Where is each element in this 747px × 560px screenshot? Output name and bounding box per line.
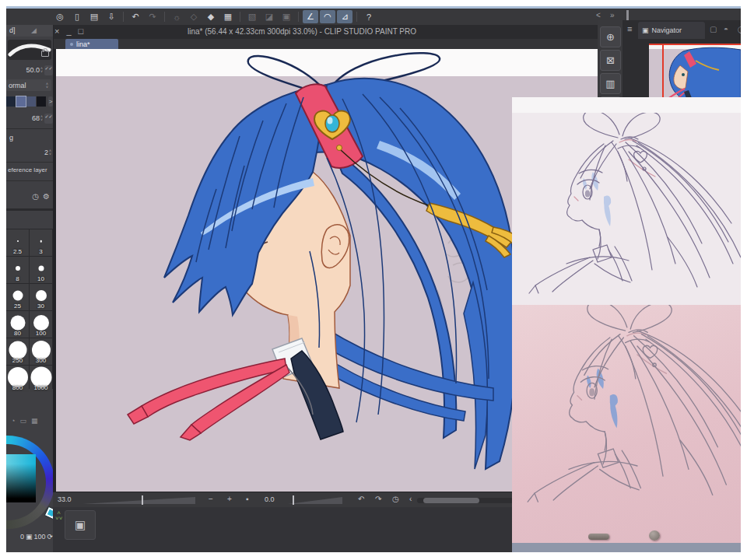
item-bank-tab-icon[interactable]: ◓ bbox=[724, 25, 728, 33]
line-tool-icon[interactable]: ∠ bbox=[303, 10, 318, 23]
lock-icon[interactable] bbox=[41, 51, 49, 57]
opacity-value[interactable]: 68 bbox=[32, 114, 40, 122]
brush-size-palette: 2.538102530801002503008001000 bbox=[6, 229, 53, 389]
stabilization-stepper[interactable]: ˄˅ bbox=[49, 149, 51, 156]
wrench-icon[interactable]: ⚙ bbox=[43, 192, 50, 201]
subview-tab-icon[interactable]: ▢ bbox=[710, 25, 717, 33]
color-set-tab-icon[interactable]: ▭ bbox=[19, 417, 26, 425]
color-swatch[interactable] bbox=[26, 96, 36, 107]
timer-icon[interactable]: ◷ bbox=[32, 192, 39, 201]
brush-stroke-preview bbox=[8, 40, 51, 60]
zoom-slider-handle[interactable] bbox=[142, 495, 143, 505]
document-tab[interactable]: lina* bbox=[65, 39, 118, 50]
navigator-zoom-icon[interactable]: ⊕ bbox=[600, 26, 621, 47]
brush-size-cell[interactable]: 30 bbox=[30, 284, 52, 310]
material-icon[interactable]: ▥ bbox=[600, 73, 621, 94]
brush-size-stepper[interactable]: ˄˅ bbox=[40, 67, 43, 73]
fill-icon[interactable]: ◆ bbox=[203, 10, 219, 23]
zoom-out-button[interactable]: − bbox=[209, 495, 213, 503]
redo-icon[interactable]: ↷ bbox=[145, 10, 160, 23]
collapse-left-arrow[interactable]: < bbox=[596, 11, 601, 19]
color-wheel-tab-icon[interactable]: ◔ bbox=[11, 417, 15, 425]
brush-size-cell[interactable]: 25 bbox=[6, 284, 29, 310]
zoom-value[interactable]: 33.0 bbox=[58, 495, 72, 503]
dock-collapse-chevrons[interactable]: ˄ ˅˅ bbox=[55, 510, 62, 521]
divider bbox=[6, 180, 53, 181]
reference-photo-sketch-pink bbox=[512, 305, 741, 552]
color-swatch[interactable] bbox=[16, 96, 26, 107]
rotate-icon[interactable]: ⟳ bbox=[47, 533, 53, 541]
brush-size-row: 50.0 ˄˅ ✓✓ bbox=[6, 64, 53, 76]
navigator-tab-label: Navigator bbox=[652, 26, 682, 34]
brush-size-dot bbox=[16, 266, 20, 271]
open-file-icon[interactable]: ▤ bbox=[86, 10, 102, 23]
timeline-panel-button[interactable]: ▣ bbox=[65, 510, 96, 540]
collapse-right-arrow[interactable]: » bbox=[610, 11, 615, 19]
brush-size-cell[interactable]: 250 bbox=[6, 338, 29, 365]
csp-logo-icon[interactable]: ◎ bbox=[52, 10, 68, 23]
brush-size-label: 8 bbox=[6, 275, 29, 282]
peg-bar bbox=[512, 543, 741, 552]
hue-handle[interactable] bbox=[45, 507, 53, 519]
brush-tab-icon[interactable]: ◢ bbox=[31, 25, 37, 37]
stabilization-value[interactable]: 2 bbox=[44, 149, 48, 156]
color-swatch[interactable] bbox=[6, 96, 16, 107]
clip-studio-window: ◎▯▤⇩↶↷☼◇◆▦▧◪▣∠◠⊿? < » × _ □ lina* (56.44… bbox=[6, 6, 741, 552]
color-slider-tab-icon[interactable]: ▦ bbox=[31, 417, 38, 425]
fit-screen-button[interactable]: ▪ bbox=[246, 495, 249, 503]
back-chevron-button[interactable]: ‹ bbox=[409, 495, 412, 503]
brush-size-cell[interactable]: 2.5 bbox=[6, 229, 29, 256]
rotation-value[interactable]: 0.0 bbox=[265, 495, 275, 503]
brush-size-value[interactable]: 50.0 bbox=[26, 66, 40, 74]
opacity-stepper[interactable]: ˄˅ bbox=[40, 115, 43, 121]
blend-mode-dropdown[interactable]: ormal ˄˅ bbox=[6, 79, 51, 91]
brush-size-label: 250 bbox=[6, 357, 29, 364]
rotation-slider-handle[interactable] bbox=[293, 495, 294, 505]
reference-layer-label[interactable]: eference layer bbox=[6, 165, 53, 176]
brush-size-label: 25 bbox=[6, 303, 29, 310]
brush-size-dynamics-checkbox[interactable]: ✓✓ bbox=[44, 65, 53, 75]
tab-navigator[interactable]: ▣ Navigator bbox=[638, 22, 705, 39]
horizontal-scrollbar[interactable] bbox=[417, 498, 514, 503]
frame-icon[interactable]: ▦ bbox=[220, 10, 236, 23]
info-tab-icon[interactable]: ⓘ bbox=[738, 25, 741, 36]
brush-size-cell[interactable]: 8 bbox=[6, 257, 29, 283]
title-bar: × _ □ lina* (56.44 x 42.33cm 300dpi 33.0… bbox=[6, 25, 598, 39]
brush-size-cell[interactable]: 10 bbox=[30, 257, 52, 283]
spinner-icon[interactable]: ☼ bbox=[169, 10, 184, 23]
saturation-value-square[interactable] bbox=[6, 454, 36, 502]
brush-size-cell[interactable]: 3 bbox=[30, 229, 52, 256]
new-file-icon[interactable]: ▯ bbox=[69, 10, 85, 23]
undo-button[interactable]: ↶ bbox=[358, 495, 364, 503]
select-rect-icon[interactable]: ▧ bbox=[244, 10, 260, 23]
move-icon[interactable]: ◇ bbox=[186, 10, 202, 23]
undo-icon[interactable]: ↶ bbox=[128, 10, 143, 23]
brush-size-cell[interactable]: 100 bbox=[30, 311, 52, 338]
help-icon[interactable]: ? bbox=[361, 10, 377, 23]
curve-tool-icon[interactable]: ◠ bbox=[320, 10, 335, 23]
checkbox-icon[interactable]: ▣ bbox=[26, 533, 33, 541]
document-tab-bar: lina* bbox=[53, 39, 598, 50]
horizontal-scrollbar-thumb[interactable] bbox=[423, 498, 479, 503]
select-fill-icon[interactable]: ▣ bbox=[279, 10, 294, 23]
navigator-thumbnail[interactable] bbox=[649, 44, 741, 103]
brush-size-label: 1000 bbox=[30, 384, 52, 391]
brush-size-cell[interactable]: 300 bbox=[30, 338, 52, 365]
brush-size-cell[interactable]: 1000 bbox=[30, 366, 52, 392]
export-icon[interactable]: ⇩ bbox=[103, 10, 119, 23]
brush-size-cell[interactable]: 80 bbox=[6, 311, 29, 338]
panel-menu-icon[interactable]: ≡ bbox=[627, 24, 632, 33]
redo-button[interactable]: ↷ bbox=[375, 495, 381, 503]
polyline-tool-icon[interactable]: ⊿ bbox=[337, 10, 352, 23]
tool-property-panel: d] ◢ 50.0 ˄˅ ✓✓ ormal ˄˅ > 68 ˄˅ bbox=[6, 25, 54, 552]
zoom-in-button[interactable]: + bbox=[227, 495, 232, 503]
brush-size-cell[interactable]: 800 bbox=[6, 366, 29, 392]
reset-view-button[interactable]: ◷ bbox=[392, 495, 399, 503]
brush-size-dot bbox=[36, 290, 47, 301]
brush-size-label: 3 bbox=[30, 248, 52, 255]
subview-icon[interactable]: ⊠ bbox=[600, 50, 621, 71]
opacity-dynamics-checkbox[interactable]: ✓✓ bbox=[44, 114, 53, 124]
select-shade-icon[interactable]: ◪ bbox=[261, 10, 277, 23]
color-swatch[interactable] bbox=[37, 96, 46, 107]
panel-drag-handle[interactable] bbox=[626, 10, 629, 20]
